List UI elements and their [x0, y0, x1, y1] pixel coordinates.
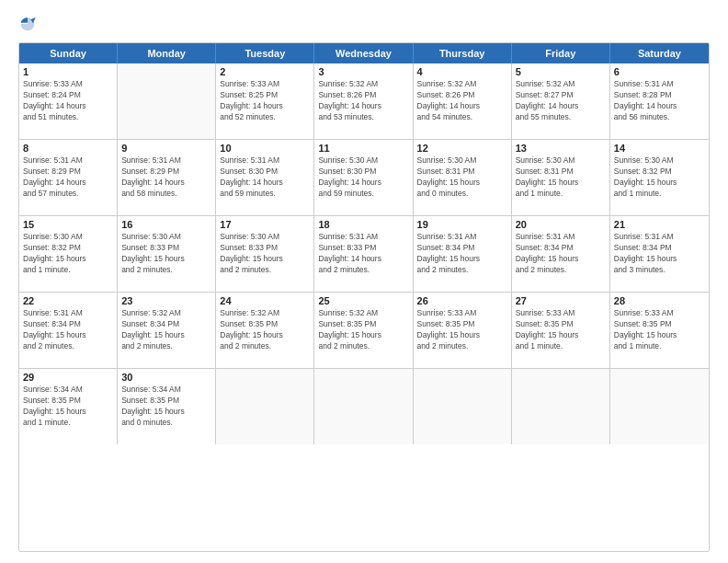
- day-info: Sunrise: 5:33 AMSunset: 8:24 PMDaylight:…: [23, 79, 113, 123]
- day-number: 11: [318, 143, 408, 154]
- calendar-cell: 6Sunrise: 5:31 AMSunset: 8:28 PMDaylight…: [610, 63, 709, 139]
- day-number: 23: [121, 295, 211, 306]
- day-info: Sunrise: 5:32 AMSunset: 8:35 PMDaylight:…: [318, 308, 408, 352]
- calendar-cell: 19Sunrise: 5:31 AMSunset: 8:34 PMDayligh…: [414, 216, 512, 292]
- calendar-header: SundayMondayTuesdayWednesdayThursdayFrid…: [19, 43, 709, 63]
- calendar-cell: 15Sunrise: 5:30 AMSunset: 8:32 PMDayligh…: [19, 216, 118, 292]
- day-number: 3: [318, 66, 408, 77]
- day-info: Sunrise: 5:32 AMSunset: 8:34 PMDaylight:…: [121, 308, 211, 352]
- day-info: Sunrise: 5:30 AMSunset: 8:33 PMDaylight:…: [121, 232, 211, 276]
- calendar-cell: [314, 369, 413, 444]
- calendar-cell: 14Sunrise: 5:30 AMSunset: 8:32 PMDayligh…: [610, 140, 709, 215]
- calendar-cell: 22Sunrise: 5:31 AMSunset: 8:34 PMDayligh…: [19, 293, 118, 368]
- day-info: Sunrise: 5:33 AMSunset: 8:35 PMDaylight:…: [516, 308, 606, 352]
- day-info: Sunrise: 5:31 AMSunset: 8:34 PMDaylight:…: [516, 232, 606, 276]
- day-info: Sunrise: 5:33 AMSunset: 8:35 PMDaylight:…: [417, 308, 507, 352]
- calendar-cell: 5Sunrise: 5:32 AMSunset: 8:27 PMDaylight…: [512, 63, 610, 139]
- calendar-cell: [610, 369, 709, 444]
- day-number: 19: [417, 219, 507, 230]
- header: [18, 15, 710, 33]
- day-info: Sunrise: 5:31 AMSunset: 8:29 PMDaylight:…: [121, 155, 211, 200]
- calendar-cell: 16Sunrise: 5:30 AMSunset: 8:33 PMDayligh…: [118, 216, 216, 292]
- calendar-cell: [118, 63, 216, 139]
- day-info: Sunrise: 5:31 AMSunset: 8:29 PMDaylight:…: [23, 155, 113, 200]
- calendar-row-1: 8Sunrise: 5:31 AMSunset: 8:29 PMDaylight…: [19, 139, 709, 215]
- day-number: 4: [417, 66, 507, 77]
- day-number: 6: [614, 66, 705, 77]
- day-info: Sunrise: 5:30 AMSunset: 8:33 PMDaylight:…: [220, 232, 310, 276]
- day-number: 30: [121, 372, 211, 383]
- day-info: Sunrise: 5:31 AMSunset: 8:28 PMDaylight:…: [614, 79, 705, 123]
- day-number: 17: [220, 219, 310, 230]
- day-number: 25: [318, 295, 408, 306]
- calendar-row-4: 29Sunrise: 5:34 AMSunset: 8:35 PMDayligh…: [19, 368, 709, 444]
- day-number: 26: [417, 295, 507, 306]
- day-number: 29: [23, 372, 113, 383]
- calendar-cell: 17Sunrise: 5:30 AMSunset: 8:33 PMDayligh…: [216, 216, 314, 292]
- calendar-cell: 24Sunrise: 5:32 AMSunset: 8:35 PMDayligh…: [216, 293, 314, 368]
- day-info: Sunrise: 5:30 AMSunset: 8:31 PMDaylight:…: [516, 155, 606, 200]
- header-day-saturday: Saturday: [610, 43, 709, 63]
- calendar-cell: 13Sunrise: 5:30 AMSunset: 8:31 PMDayligh…: [512, 140, 610, 215]
- calendar-cell: 2Sunrise: 5:33 AMSunset: 8:25 PMDaylight…: [216, 63, 314, 139]
- calendar-cell: 27Sunrise: 5:33 AMSunset: 8:35 PMDayligh…: [512, 293, 610, 368]
- day-info: Sunrise: 5:31 AMSunset: 8:34 PMDaylight:…: [23, 308, 113, 352]
- calendar-cell: 23Sunrise: 5:32 AMSunset: 8:34 PMDayligh…: [118, 293, 216, 368]
- day-info: Sunrise: 5:32 AMSunset: 8:26 PMDaylight:…: [417, 79, 507, 123]
- day-info: Sunrise: 5:31 AMSunset: 8:30 PMDaylight:…: [220, 155, 310, 200]
- calendar-cell: [216, 369, 314, 444]
- calendar-cell: 30Sunrise: 5:34 AMSunset: 8:35 PMDayligh…: [118, 369, 216, 444]
- calendar-row-0: 1Sunrise: 5:33 AMSunset: 8:24 PMDaylight…: [19, 63, 709, 139]
- calendar-cell: [414, 369, 512, 444]
- header-day-thursday: Thursday: [414, 43, 512, 63]
- day-number: 13: [516, 143, 606, 154]
- day-number: 1: [23, 66, 113, 77]
- day-info: Sunrise: 5:33 AMSunset: 8:25 PMDaylight:…: [220, 79, 310, 123]
- day-info: Sunrise: 5:30 AMSunset: 8:32 PMDaylight:…: [23, 232, 113, 276]
- calendar-cell: 10Sunrise: 5:31 AMSunset: 8:30 PMDayligh…: [216, 140, 314, 215]
- day-info: Sunrise: 5:30 AMSunset: 8:30 PMDaylight:…: [318, 155, 408, 200]
- day-info: Sunrise: 5:31 AMSunset: 8:33 PMDaylight:…: [318, 232, 408, 276]
- calendar: SundayMondayTuesdayWednesdayThursdayFrid…: [18, 42, 710, 552]
- day-info: Sunrise: 5:30 AMSunset: 8:31 PMDaylight:…: [417, 155, 507, 200]
- logo-icon: [18, 15, 37, 33]
- day-info: Sunrise: 5:34 AMSunset: 8:35 PMDaylight:…: [121, 385, 211, 429]
- calendar-cell: 28Sunrise: 5:33 AMSunset: 8:35 PMDayligh…: [610, 293, 709, 368]
- day-info: Sunrise: 5:32 AMSunset: 8:26 PMDaylight:…: [318, 79, 408, 123]
- calendar-cell: 11Sunrise: 5:30 AMSunset: 8:30 PMDayligh…: [314, 140, 413, 215]
- day-number: 5: [516, 66, 606, 77]
- day-info: Sunrise: 5:31 AMSunset: 8:34 PMDaylight:…: [614, 232, 705, 276]
- calendar-body: 1Sunrise: 5:33 AMSunset: 8:24 PMDaylight…: [19, 63, 709, 444]
- calendar-cell: 4Sunrise: 5:32 AMSunset: 8:26 PMDaylight…: [414, 63, 512, 139]
- day-number: 10: [220, 143, 310, 154]
- day-number: 22: [23, 295, 113, 306]
- day-number: 27: [516, 295, 606, 306]
- calendar-cell: 18Sunrise: 5:31 AMSunset: 8:33 PMDayligh…: [314, 216, 413, 292]
- header-day-tuesday: Tuesday: [216, 43, 314, 63]
- day-info: Sunrise: 5:31 AMSunset: 8:34 PMDaylight:…: [417, 232, 507, 276]
- calendar-cell: 21Sunrise: 5:31 AMSunset: 8:34 PMDayligh…: [610, 216, 709, 292]
- day-number: 15: [23, 219, 113, 230]
- day-info: Sunrise: 5:30 AMSunset: 8:32 PMDaylight:…: [614, 155, 705, 200]
- calendar-cell: 1Sunrise: 5:33 AMSunset: 8:24 PMDaylight…: [19, 63, 118, 139]
- header-day-sunday: Sunday: [19, 43, 118, 63]
- calendar-cell: 3Sunrise: 5:32 AMSunset: 8:26 PMDaylight…: [314, 63, 413, 139]
- header-day-monday: Monday: [118, 43, 216, 63]
- calendar-cell: 29Sunrise: 5:34 AMSunset: 8:35 PMDayligh…: [19, 369, 118, 444]
- day-number: 24: [220, 295, 310, 306]
- logo: [18, 15, 40, 33]
- calendar-cell: 26Sunrise: 5:33 AMSunset: 8:35 PMDayligh…: [414, 293, 512, 368]
- day-number: 2: [220, 66, 310, 77]
- day-info: Sunrise: 5:33 AMSunset: 8:35 PMDaylight:…: [614, 308, 705, 352]
- day-number: 12: [417, 143, 507, 154]
- calendar-cell: 25Sunrise: 5:32 AMSunset: 8:35 PMDayligh…: [314, 293, 413, 368]
- calendar-row-3: 22Sunrise: 5:31 AMSunset: 8:34 PMDayligh…: [19, 292, 709, 368]
- header-day-friday: Friday: [512, 43, 610, 63]
- day-info: Sunrise: 5:32 AMSunset: 8:35 PMDaylight:…: [220, 308, 310, 352]
- day-number: 21: [614, 219, 705, 230]
- calendar-cell: [512, 369, 610, 444]
- day-number: 9: [121, 143, 211, 154]
- calendar-cell: 20Sunrise: 5:31 AMSunset: 8:34 PMDayligh…: [512, 216, 610, 292]
- day-number: 14: [614, 143, 705, 154]
- day-number: 20: [516, 219, 606, 230]
